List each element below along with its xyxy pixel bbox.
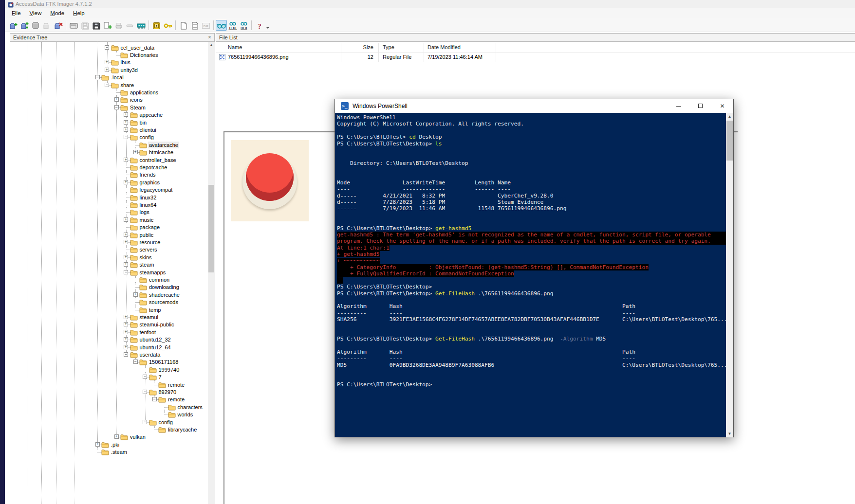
tree-item-label[interactable]: remote bbox=[167, 396, 186, 403]
column-header-date-modified[interactable]: Date Modified bbox=[428, 44, 461, 50]
tree-item-label[interactable]: userdata bbox=[139, 351, 162, 358]
scrollbar-thumb[interactable] bbox=[208, 185, 214, 272]
tree-item-label[interactable]: Dictionaries bbox=[129, 52, 159, 58]
toolbar-button-help[interactable]: ? bbox=[254, 20, 265, 31]
collapse-icon[interactable]: − bbox=[95, 75, 100, 79]
tree-item-label[interactable]: graphics bbox=[139, 179, 161, 186]
tree-item-label[interactable]: public bbox=[139, 232, 155, 238]
menu-item-file[interactable]: File bbox=[7, 9, 25, 19]
tree-item-label[interactable]: 1999740 bbox=[158, 366, 181, 373]
tree-item-label[interactable]: Steam bbox=[129, 104, 147, 111]
tree-item-label[interactable]: downloading bbox=[148, 284, 180, 290]
expand-icon[interactable]: + bbox=[95, 442, 100, 447]
expand-icon[interactable]: + bbox=[133, 150, 138, 154]
tree-item-label[interactable]: config bbox=[158, 419, 174, 426]
expand-icon[interactable]: + bbox=[133, 292, 138, 297]
collapse-icon[interactable]: − bbox=[124, 270, 128, 274]
toolbar-button-add-evidence-item[interactable] bbox=[8, 20, 19, 31]
tree-item-label[interactable]: steamapps bbox=[139, 269, 167, 276]
tree-item-label[interactable]: .local bbox=[110, 74, 125, 81]
tree-item-label[interactable]: icons bbox=[129, 96, 144, 103]
tree-item-label[interactable]: .pki bbox=[110, 441, 120, 448]
toolbar-button-properties[interactable] bbox=[189, 20, 200, 31]
tree-item-label[interactable]: linux64 bbox=[139, 201, 158, 208]
tree-item-label[interactable]: music bbox=[139, 216, 155, 223]
collapse-icon[interactable]: − bbox=[105, 45, 109, 50]
tree-item-label[interactable]: 1506171168 bbox=[148, 359, 179, 365]
expand-icon[interactable]: + bbox=[124, 255, 128, 259]
tree-item-label[interactable]: applications bbox=[129, 89, 159, 96]
tree-item-label[interactable]: steam bbox=[139, 261, 155, 268]
expand-icon[interactable]: + bbox=[124, 112, 128, 117]
tree-item-label[interactable]: characters bbox=[177, 404, 204, 411]
scroll-up-button[interactable]: ▲ bbox=[208, 42, 215, 49]
expand-icon[interactable]: + bbox=[124, 262, 128, 267]
tree-item-label[interactable]: ibus bbox=[120, 59, 131, 66]
tree-item-label[interactable]: cef_user_data bbox=[120, 44, 156, 51]
toolbar-button-hex-mode[interactable]: HEX bbox=[238, 20, 249, 31]
tree-item-label[interactable]: config bbox=[139, 134, 155, 141]
expand-icon[interactable]: + bbox=[124, 233, 128, 237]
menu-item-mode[interactable]: Mode bbox=[46, 9, 69, 19]
close-button[interactable]: ✕ bbox=[711, 99, 733, 113]
expand-icon[interactable]: + bbox=[105, 60, 109, 64]
tree-item-label[interactable]: logs bbox=[139, 209, 150, 216]
evidence-tree-scrollbar[interactable]: ▲ bbox=[208, 42, 215, 504]
close-panel-button[interactable]: × bbox=[206, 34, 213, 40]
terminal[interactable]: Windows PowerShellCopyright (C) Microsof… bbox=[335, 113, 726, 437]
terminal-scrollbar[interactable]: ▲ ▼ bbox=[726, 113, 733, 437]
tree-item-label[interactable]: ubuntu12_32 bbox=[139, 336, 172, 343]
file-list-row[interactable]: 76561199466436896.png12Regular File7/19/… bbox=[216, 54, 855, 62]
tree-item-label[interactable]: librarycache bbox=[167, 426, 198, 433]
toolbar-button-remove-evidence-item[interactable] bbox=[53, 20, 64, 31]
tree-item-label[interactable]: .steam bbox=[110, 449, 128, 455]
scroll-up-button[interactable]: ▲ bbox=[726, 113, 733, 120]
toolbar-overflow-arrow[interactable] bbox=[265, 20, 276, 31]
toolbar-button-capture-memory[interactable] bbox=[135, 20, 147, 31]
expand-icon[interactable]: + bbox=[105, 68, 109, 72]
collapse-icon[interactable]: − bbox=[133, 360, 138, 364]
tree-item-label[interactable]: 7 bbox=[158, 374, 163, 380]
tree-item-label[interactable]: unity3d bbox=[120, 67, 139, 73]
tree-item-label[interactable]: worlds bbox=[177, 411, 194, 418]
scroll-down-button[interactable]: ▼ bbox=[726, 430, 733, 437]
collapse-icon[interactable]: − bbox=[105, 83, 109, 87]
column-header-name[interactable]: Name bbox=[228, 44, 242, 50]
expand-icon[interactable]: + bbox=[124, 158, 128, 162]
tree-item-label[interactable]: shadercache bbox=[148, 291, 181, 298]
collapse-icon[interactable]: − bbox=[143, 420, 147, 424]
tree-item-label[interactable]: friends bbox=[139, 171, 157, 178]
toolbar-button-add-all-attached-devices[interactable] bbox=[19, 20, 30, 31]
tree-item-label[interactable]: skins bbox=[139, 254, 153, 261]
toolbar-button-export-disk-image[interactable] bbox=[91, 20, 102, 31]
expand-icon[interactable]: + bbox=[124, 345, 128, 349]
expand-icon[interactable]: + bbox=[124, 240, 128, 244]
tree-item-label[interactable]: avatarcache bbox=[148, 142, 179, 148]
expand-icon[interactable]: + bbox=[124, 322, 128, 326]
maximize-button[interactable] bbox=[689, 99, 711, 113]
collapse-icon[interactable]: − bbox=[152, 397, 157, 401]
expand-icon[interactable]: + bbox=[124, 337, 128, 342]
tree-item-label[interactable]: clientui bbox=[139, 126, 157, 133]
minimize-button[interactable] bbox=[668, 99, 689, 113]
expand-icon[interactable]: + bbox=[124, 180, 128, 184]
tree-item-label[interactable]: ubuntu12_64 bbox=[139, 344, 172, 351]
menu-item-help[interactable]: Help bbox=[69, 9, 89, 19]
tree-item-label[interactable]: htmlcache bbox=[148, 149, 174, 156]
tree-item-label[interactable]: share bbox=[120, 82, 135, 89]
collapse-icon[interactable]: − bbox=[114, 105, 119, 109]
expand-icon[interactable]: + bbox=[124, 120, 128, 125]
toolbar-button-image-mounting[interactable] bbox=[30, 20, 41, 31]
tree-item-label[interactable]: appcache bbox=[139, 111, 164, 118]
tree-item-label[interactable]: 892970 bbox=[158, 389, 178, 396]
menu-item-view[interactable]: View bbox=[25, 9, 46, 19]
ps-title-bar[interactable]: >_ Windows PowerShell ✕ bbox=[335, 99, 733, 113]
collapse-icon[interactable]: − bbox=[143, 390, 147, 394]
tree-item-label[interactable]: package bbox=[139, 224, 161, 231]
tree-item-label[interactable]: remote bbox=[167, 381, 186, 388]
tree-item-label[interactable]: steamui bbox=[139, 314, 160, 321]
expand-icon[interactable]: + bbox=[124, 330, 128, 334]
expand-icon[interactable]: + bbox=[124, 315, 128, 319]
tree-item-label[interactable]: temp bbox=[148, 306, 162, 313]
toolbar-button-new-window[interactable] bbox=[178, 20, 189, 31]
